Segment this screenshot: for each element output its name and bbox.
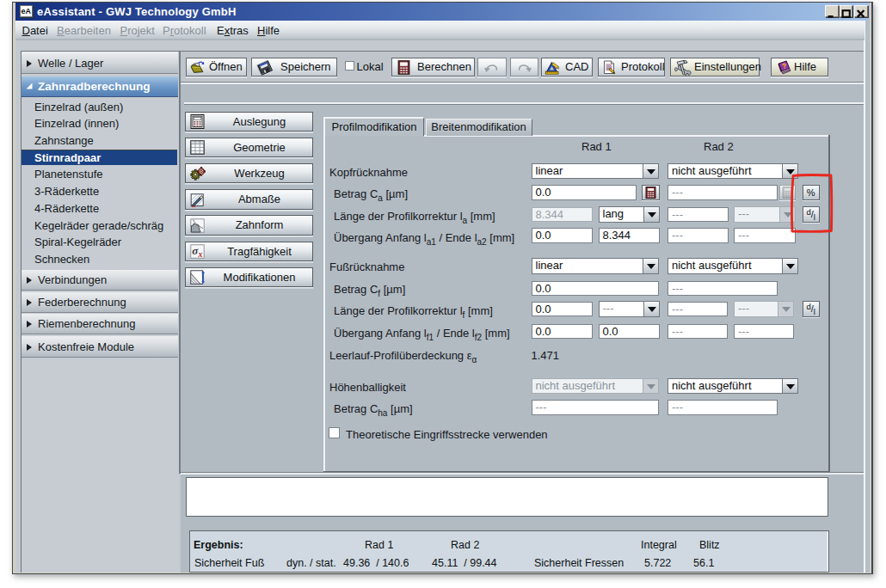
svg-text:x: x [197, 249, 202, 259]
